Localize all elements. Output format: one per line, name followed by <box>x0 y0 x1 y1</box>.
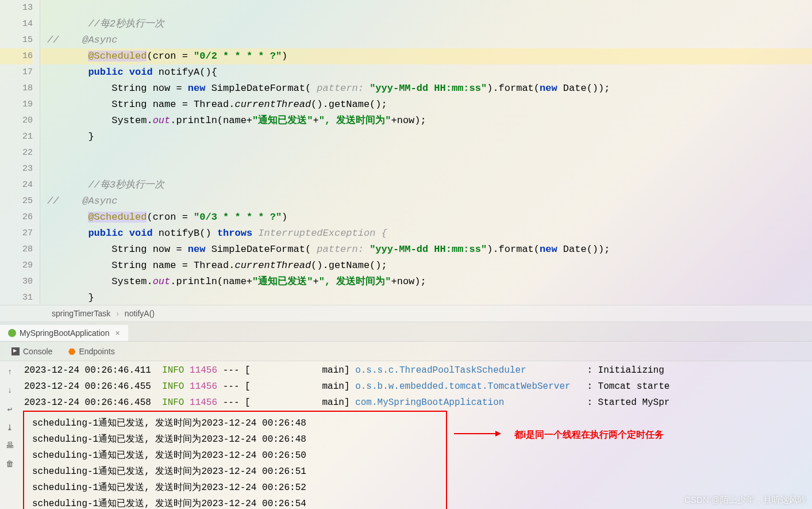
annotation-label: 都i是同一个线程在执行两个定时任务 <box>514 429 664 441</box>
log-line: 2023-12-24 00:26:46.458 INFO 11456 --- [… <box>24 395 812 411</box>
line-number: 16 <box>0 48 33 64</box>
line-number: 18 <box>0 81 33 97</box>
line-number: 30 <box>0 274 33 290</box>
output-line: scheduling-1通知已发送, 发送时间为2023-12-24 00:26… <box>24 415 446 431</box>
breadcrumb[interactable]: springTimerTask › notifyA() <box>0 305 812 322</box>
line-gutter: 13 14 15 16 17 18 19 20 21 22 23 24 25 2… <box>0 0 40 305</box>
line-number: 20 <box>0 113 33 129</box>
annotation: @Scheduled <box>88 212 147 223</box>
run-tab-active[interactable]: MySpringBootApplication × <box>0 325 128 341</box>
line-number: 17 <box>0 64 33 81</box>
scroll-down-icon[interactable]: ↓ <box>5 385 15 396</box>
log-line: 2023-12-24 00:26:46.411 INFO 11456 --- [… <box>24 362 812 378</box>
line-number: 28 <box>0 242 33 258</box>
console-panel: ↑ ↓ ↩ ⤓ 🖶 🗑 2023-12-24 00:26:46.411 INFO… <box>0 361 812 509</box>
output-line: scheduling-1通知已发送, 发送时间为2023-12-24 00:26… <box>24 447 446 464</box>
comment: //每2秒执行一次 <box>88 18 164 29</box>
close-icon[interactable]: × <box>115 328 120 338</box>
parameter-hint: pattern: <box>311 244 370 255</box>
line-number: 14 <box>0 16 33 32</box>
breadcrumb-item[interactable]: notifyA() <box>125 309 155 318</box>
string-literal: "0/2 * * * * ?" <box>194 51 282 62</box>
line-number: 24 <box>0 177 33 193</box>
spring-boot-icon <box>8 329 16 337</box>
soft-wrap-icon[interactable]: ↩ <box>5 404 15 414</box>
run-configuration-tabs: MySpringBootApplication × <box>0 322 812 342</box>
method-name: notifyA(){ <box>159 67 217 78</box>
tab-endpoints[interactable]: ⬣ Endpoints <box>68 347 114 356</box>
run-tab-label: MySpringBootApplication <box>20 328 109 338</box>
output-line: scheduling-1通知已发送, 发送时间为2023-12-24 00:26… <box>24 431 446 447</box>
line-number: 22 <box>0 145 33 161</box>
tab-console[interactable]: Console <box>11 347 52 356</box>
code-content[interactable]: //每2秒执行一次 // @Async @Scheduled(cron = "0… <box>40 0 812 305</box>
annotation-arrow-icon <box>454 433 500 434</box>
output-line: scheduling-1通知已发送, 发送时间为2023-12-24 00:26… <box>24 480 446 496</box>
delete-icon[interactable]: 🗑 <box>5 459 15 469</box>
print-icon[interactable]: 🖶 <box>5 441 15 451</box>
line-number: 23 <box>0 161 33 177</box>
console-output[interactable]: 2023-12-24 00:26:46.411 INFO 11456 --- [… <box>20 361 812 509</box>
console-toolbar: ↑ ↓ ↩ ⤓ 🖶 🗑 <box>0 361 20 509</box>
parameter-hint: pattern: <box>311 83 370 94</box>
scroll-to-end-icon[interactable]: ⤓ <box>5 422 15 433</box>
log-line: 2023-12-24 00:26:46.455 INFO 11456 --- [… <box>24 378 812 395</box>
line-number: 21 <box>0 129 33 145</box>
line-number: 13 <box>0 0 33 16</box>
line-number: 25 <box>0 193 33 209</box>
line-number: 31 <box>0 290 33 306</box>
comment: // @Async <box>47 196 117 206</box>
watermark: CSDN @陌上少年，且听这风吟 <box>684 495 806 506</box>
annotation: @Scheduled <box>88 51 147 62</box>
line-number: 15 <box>0 32 33 48</box>
line-number: 26 <box>0 209 33 225</box>
console-icon <box>11 347 20 355</box>
tool-window-tabs: Console ⬣ Endpoints <box>0 342 812 361</box>
breadcrumb-item[interactable]: springTimerTask <box>52 309 110 318</box>
code-editor[interactable]: 13 14 15 16 17 18 19 20 21 22 23 24 25 2… <box>0 0 812 305</box>
output-line: scheduling-1通知已发送, 发送时间为2023-12-24 00:26… <box>24 496 446 509</box>
comment: // @Async <box>47 35 117 45</box>
highlighted-output-box: scheduling-1通知已发送, 发送时间为2023-12-24 00:26… <box>23 411 447 509</box>
line-number: 27 <box>0 225 33 242</box>
line-number: 29 <box>0 258 33 274</box>
chevron-right-icon: › <box>116 309 119 318</box>
output-line: scheduling-1通知已发送, 发送时间为2023-12-24 00:26… <box>24 464 446 480</box>
scroll-up-icon[interactable]: ↑ <box>5 367 15 377</box>
line-number: 19 <box>0 97 33 113</box>
endpoints-icon: ⬣ <box>68 347 75 356</box>
string-literal: "0/3 * * * * ?" <box>194 212 282 223</box>
comment: //每3秒执行一次 <box>88 179 164 190</box>
method-name: notifyB() <box>159 228 217 239</box>
